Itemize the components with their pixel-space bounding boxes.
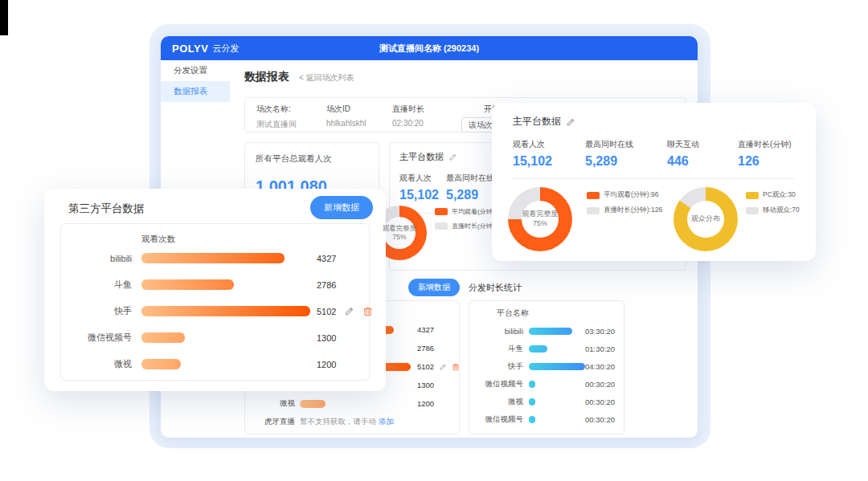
session-id-col: 场次ID hhlkahlskhl	[326, 104, 392, 132]
bar	[529, 381, 535, 388]
legend-swatch-orange	[435, 208, 448, 215]
huya-label: 虎牙直播	[253, 417, 295, 427]
bar-value: 5102	[417, 362, 434, 371]
duration-stats-title: 分发时长统计	[469, 282, 522, 294]
bar-row: bilibili 03:30:20	[477, 322, 616, 340]
trash-icon[interactable]	[452, 363, 460, 371]
bar	[300, 400, 326, 408]
session-id-value: hhlkahlskhl	[326, 119, 392, 128]
pencil-icon[interactable]	[439, 363, 447, 371]
duration-chart-box: 平台名称 bilibili 03:30:20 斗鱼 01:30:20	[469, 300, 624, 434]
bar	[141, 332, 185, 343]
session-name-label: 场次名称:	[256, 104, 326, 115]
duration-value: 00:30:20	[585, 415, 623, 424]
donut-center-label: 观看完整度	[383, 224, 417, 233]
legend-label: 直播时长(分钟):126	[604, 206, 662, 215]
room-title: 测试直播间名称 (290234)	[161, 43, 698, 55]
duration-value: 00:30:20	[585, 380, 623, 389]
legend-swatch-gray	[587, 207, 600, 214]
bar-row: 斗鱼 01:30:20	[477, 340, 616, 357]
page-title: 数据报表	[244, 70, 289, 84]
peak-online-label: 最高同时在线	[585, 139, 667, 150]
audience-distribution-donut: 观众分布	[674, 187, 738, 251]
session-duration-value: 02:30:20	[392, 119, 461, 128]
peak-online-label: 最高同时在线	[446, 173, 494, 184]
bar	[529, 416, 535, 423]
chat-interactions-label: 聊天互动	[667, 139, 738, 150]
bar	[529, 363, 585, 370]
bar-value: 2786	[317, 280, 336, 290]
bar-row: 快手 5102	[61, 298, 369, 324]
platform-label: 微信视频号	[477, 414, 523, 425]
peak-online-value: 5,289	[585, 154, 667, 169]
bar	[141, 306, 310, 316]
bar-value: 2786	[417, 344, 434, 353]
completeness-donut: 观看完整度 75%	[372, 206, 427, 260]
add-data-button[interactable]: 新增数据	[408, 279, 460, 296]
platform-label: bilibili	[477, 327, 523, 336]
black-edge-bar	[0, 0, 8, 35]
views-label: 观看人次	[513, 139, 585, 150]
add-manually-link[interactable]: 添加	[379, 417, 394, 427]
screen: POLYV 云分发 测试直播间名称 (290234) 分发设置 数据报表 数据报…	[0, 0, 868, 481]
trash-icon[interactable]	[362, 306, 373, 316]
donut-center-label: 观看完整度	[522, 210, 559, 219]
legend-swatch-gray	[435, 222, 448, 230]
platform-label: 微信视频号	[477, 379, 523, 389]
third-party-overlay-card: 第三方平台数据 新增数据 观看次数 bilibili 4327 斗鱼 2786 …	[44, 189, 386, 391]
total-views-label: 所有平台总观看人次	[256, 153, 368, 165]
bar	[529, 345, 547, 353]
duration-value: 01:30:20	[585, 344, 623, 353]
donut-center-value: 75%	[533, 219, 547, 229]
pencil-icon[interactable]	[566, 117, 575, 127]
donut-center-label: 观众分布	[691, 214, 720, 224]
bar-row: 微信视频号 00:30:20	[477, 410, 616, 428]
bar-row: bilibili 4327	[61, 245, 369, 271]
bar-value: 4327	[417, 325, 434, 334]
legend-swatch-orange	[587, 192, 600, 199]
session-duration-label: 直播时长	[392, 104, 461, 115]
peak-online-value: 5,289	[446, 188, 494, 202]
legend-label: PC观众:30	[763, 190, 796, 200]
huya-note-row: 虎牙直播 暂不支持获取，请手动 添加	[253, 413, 451, 430]
bar	[529, 398, 535, 406]
bar-value: 1300	[317, 333, 336, 343]
platform-label: 微视	[61, 358, 132, 370]
bar-value: 4327	[317, 254, 336, 263]
third-party-overlay-chart: 观看次数 bilibili 4327 斗鱼 2786 快手 5102	[60, 223, 370, 381]
add-data-button[interactable]: 新增数据	[310, 196, 373, 219]
completeness-donut: 观看完整度 75%	[508, 187, 572, 251]
duration-value: 00:30:20	[585, 397, 623, 406]
platform-label: 快手	[61, 305, 132, 317]
back-to-session-list-link[interactable]: < 返回场次列表	[299, 72, 354, 84]
bar-row: 斗鱼 2786	[61, 271, 369, 298]
legend-swatch-yellow	[746, 192, 759, 199]
bar	[141, 279, 234, 290]
platform-label: bilibili	[61, 254, 132, 263]
views-column-header: 观看次数	[141, 234, 369, 245]
session-id-label: 场次ID	[326, 104, 392, 115]
legend-swatch-gray	[746, 207, 759, 214]
chat-interactions-value: 446	[667, 154, 738, 169]
bar-row: 微视 1200	[253, 394, 451, 413]
main-platform-overlay-title: 主平台数据	[513, 115, 561, 128]
sidebar-item-data-report[interactable]: 数据报表	[161, 81, 230, 102]
views-value: 15,102	[513, 154, 585, 169]
session-name-col: 场次名称: 测试直播间	[256, 104, 326, 132]
sidebar-item-distribution-settings[interactable]: 分发设置	[161, 60, 230, 81]
platform-label: 微视	[253, 398, 295, 409]
duration-value: 04:30:20	[585, 362, 623, 371]
huya-note-text: 暂不支持获取，请手动	[300, 417, 376, 427]
bar	[141, 253, 285, 263]
pencil-icon[interactable]	[448, 153, 457, 161]
live-duration-value: 126	[738, 154, 792, 169]
session-name-value: 测试直播间	[256, 119, 326, 130]
bar	[529, 328, 572, 335]
platform-label: 快手	[477, 361, 523, 372]
bar-row: 微视 00:30:20	[477, 393, 616, 410]
platform-column-header: 平台名称	[497, 308, 616, 319]
views-value: 15,102	[399, 188, 438, 202]
pencil-icon[interactable]	[344, 306, 354, 316]
third-party-overlay-title: 第三方平台数据	[68, 202, 145, 216]
live-duration-label: 直播时长(分钟)	[738, 139, 792, 150]
